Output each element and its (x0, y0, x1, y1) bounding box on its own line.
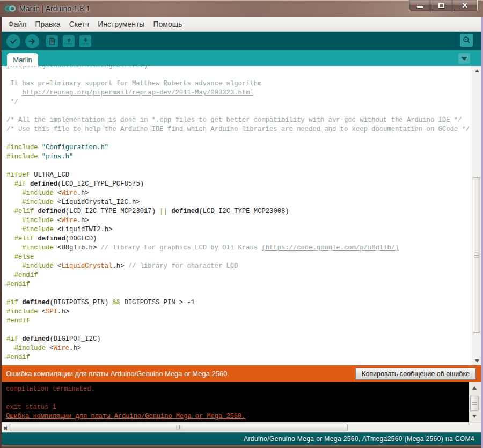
console-area: compilation terminated. exit status 1Оши… (2, 382, 481, 422)
code-line (6, 161, 472, 171)
new-sketch-button[interactable] (46, 35, 58, 47)
board-port-status: Arduino/Genuino Mega or Mega 2560, ATmeg… (244, 435, 474, 443)
code-line: #include <LiquidCrystal.h> // library fo… (6, 262, 472, 271)
window-controls: ✕ (409, 0, 478, 11)
copy-error-button[interactable]: Копировать сообщение об ошибке (355, 368, 476, 380)
code-lines: (https://github.com/simen/grbl/tree) It … (2, 66, 472, 362)
console-line: Ошибка компиляции для платы Arduino/Genu… (6, 412, 469, 421)
arrow-down-tray-icon (82, 37, 90, 45)
scroll-right-button[interactable] (2, 423, 9, 432)
menu-item-edit[interactable]: Правка (31, 18, 64, 30)
close-icon: ✕ (462, 2, 468, 9)
save-sketch-button[interactable] (79, 35, 91, 47)
code-line: #endif (6, 353, 472, 362)
thumb-grip (474, 253, 479, 258)
console-output: compilation terminated. exit status 1Оши… (2, 382, 469, 422)
console-line: exit status 1 (6, 403, 469, 412)
title-bar: Marlin | Arduino 1.8.1 ✕ (0, 0, 483, 17)
code-line: #include "pins.h" (6, 152, 472, 161)
error-message: Ошибка компиляции для платы Arduino/Genu… (6, 370, 229, 378)
serial-monitor-button[interactable] (460, 34, 473, 47)
code-line: #if defined(DIGIPOTSS_PIN) && DIGIPOTSS_… (6, 298, 472, 307)
code-line (6, 326, 472, 335)
tab-bar: Marlin (2, 50, 481, 66)
code-line: (https://github.com/simen/grbl/tree) (6, 66, 472, 70)
thumb-grip (472, 401, 477, 406)
maximize-button[interactable] (430, 0, 452, 11)
code-line: /* Use this file to help the Arduino IDE… (6, 125, 472, 134)
code-line: #ifdef ULTRA_LCD (6, 171, 472, 180)
maximize-icon (438, 3, 444, 8)
code-line (6, 70, 472, 79)
tab-overflow-dropdown[interactable] (458, 53, 470, 64)
console-vertical-scrollbar[interactable] (469, 382, 481, 422)
code-line: #include <U8glib.h> // library for graph… (6, 244, 472, 253)
verify-button[interactable] (6, 34, 20, 48)
document-icon (48, 37, 56, 45)
minimize-icon (417, 6, 423, 8)
code-line: #include <Wire.h> (6, 344, 472, 353)
code-line (6, 289, 472, 298)
tab-label: Marlin (13, 56, 32, 64)
thumb-grip (177, 425, 181, 430)
arrow-up-icon (472, 386, 477, 390)
code-line: #include <LiquidCrystal_I2C.h> (6, 198, 472, 207)
window-content: ФайлПравкаСкетчИнструментыПомощь (0, 17, 483, 448)
console-scroll-up-button[interactable] (470, 384, 479, 392)
upload-button[interactable] (25, 34, 39, 48)
code-line: #if defined(DIGIPOT_I2C) (6, 335, 472, 344)
horizontal-scrollbar[interactable] (2, 422, 481, 432)
menu-item-tools[interactable]: Инструменты (93, 18, 149, 30)
code-line (6, 107, 472, 116)
code-editor[interactable]: (https://github.com/simen/grbl/tree) It … (2, 66, 472, 365)
code-line: #else (6, 253, 472, 262)
code-line: http://reprap.org/pipermail/reprap-dev/2… (6, 89, 472, 98)
arduino-ide-window: Marlin | Arduino 1.8.1 ✕ ФайлПравкаСкетч… (0, 0, 483, 448)
code-line: #include <LiquidTWI2.h> (6, 225, 472, 234)
menu-item-file[interactable]: Файл (4, 18, 31, 30)
code-line: It has preliminary support for Matthew R… (6, 79, 472, 89)
arrow-down-icon (475, 359, 479, 363)
menu-item-help[interactable]: Помощь (149, 18, 186, 30)
toolbar (2, 32, 481, 50)
console-line (6, 394, 469, 403)
status-bar: Arduino/Genuino Mega or Mega 2560, ATmeg… (2, 432, 481, 445)
arrow-right-icon (28, 37, 36, 46)
code-line: #elif defined(LCD_I2C_TYPE_MCP23017) || … (6, 207, 472, 216)
code-line: #include <Wire.h> (6, 189, 472, 198)
editor-scroll-thumb[interactable] (473, 177, 480, 333)
code-line: /* All the implementation is done in *.c… (6, 116, 472, 125)
tab-marlin[interactable]: Marlin (7, 53, 38, 66)
window-title: Marlin | Arduino 1.8.1 (19, 4, 90, 13)
error-bar: Ошибка компиляции для платы Arduino/Genu… (2, 365, 481, 382)
open-sketch-button[interactable] (63, 35, 75, 47)
code-line: #endif (6, 280, 472, 289)
code-line: #endif (6, 317, 472, 326)
code-line: #include "Configuration.h" (6, 143, 472, 152)
close-button[interactable]: ✕ (452, 0, 478, 11)
scroll-up-button[interactable] (472, 66, 481, 75)
console-scroll-thumb[interactable] (470, 396, 479, 411)
minimize-button[interactable] (409, 0, 430, 11)
code-line (6, 134, 472, 143)
arrow-right-icon (4, 426, 7, 430)
editor-vertical-scrollbar[interactable] (472, 66, 481, 365)
menu-item-sketch[interactable]: Скетч (65, 18, 93, 30)
editor-pane: (https://github.com/simen/grbl/tree) It … (2, 66, 481, 365)
arrow-up-icon (475, 69, 479, 72)
arduino-infinity-icon (5, 3, 16, 14)
arrow-down-icon (472, 415, 477, 418)
horizontal-scroll-thumb[interactable] (10, 424, 348, 431)
console-line: compilation terminated. (6, 385, 469, 394)
code-line: */ (6, 98, 472, 107)
window-bottom-border (2, 445, 481, 448)
check-icon (9, 37, 18, 46)
scroll-down-button[interactable] (472, 356, 481, 365)
code-line: #if defined(LCD_I2C_TYPE_PCF8575) (6, 180, 472, 189)
magnifier-icon (462, 36, 471, 45)
code-line: #endif (6, 271, 472, 280)
menu-bar: ФайлПравкаСкетчИнструментыПомощь (2, 17, 481, 32)
console-scroll-down-button[interactable] (470, 413, 479, 420)
chevron-down-icon (461, 57, 467, 61)
arrow-up-tray-icon (65, 37, 73, 45)
